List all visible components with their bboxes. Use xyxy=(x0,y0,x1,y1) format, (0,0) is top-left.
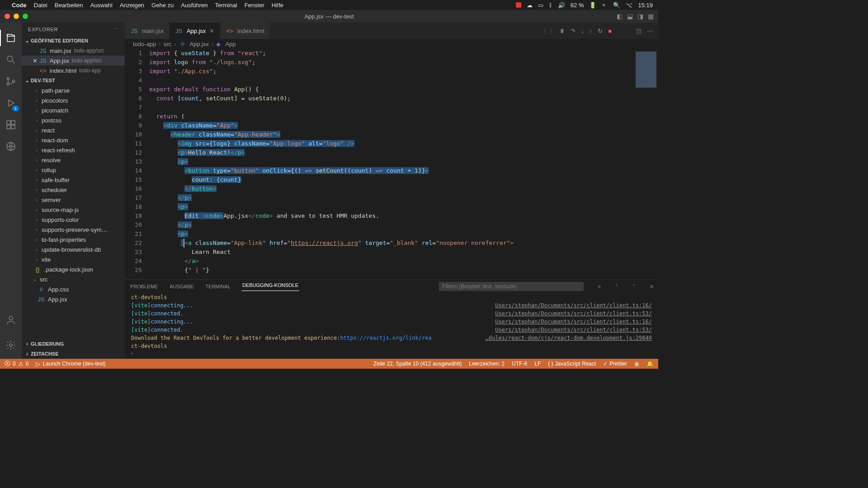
status-cursor-pos[interactable]: Zeile 22, Spalte 10 (412 ausgewählt) xyxy=(373,361,462,367)
display-icon[interactable]: ▭ xyxy=(538,2,543,9)
debug-step-out-icon[interactable]: ↑ xyxy=(590,28,593,34)
status-lang[interactable]: { }JavaScript React xyxy=(548,361,596,367)
layout-panel-bottom-icon[interactable]: ⬓ xyxy=(627,13,633,20)
layout-panel-left-icon[interactable]: ◧ xyxy=(617,13,623,20)
folder-row[interactable]: ›rollup xyxy=(22,165,125,175)
file-row[interactable]: #App.css xyxy=(22,284,125,294)
folder-row[interactable]: ›react-dom xyxy=(22,135,125,145)
debug-step-over-icon[interactable]: ↷ xyxy=(571,28,576,34)
editor-more-icon[interactable]: ⋯ xyxy=(647,28,653,34)
window-zoom-button[interactable] xyxy=(23,14,28,19)
folder-row[interactable]: ›to-fast-properties xyxy=(22,235,125,244)
status-launch[interactable]: ▷Launch Chrome (dev-test) xyxy=(36,361,105,367)
control-center-icon[interactable]: ⌥ xyxy=(626,2,632,9)
cloud-icon[interactable]: ☁ xyxy=(527,2,533,9)
window-close-button[interactable] xyxy=(5,14,10,19)
activity-search[interactable] xyxy=(0,49,22,70)
folder-row[interactable]: ›resolve xyxy=(22,155,125,165)
folder-row[interactable]: ›path-parse xyxy=(22,85,125,95)
activity-explorer[interactable] xyxy=(0,27,22,49)
panel-tab-probleme[interactable]: PROBLEME xyxy=(129,284,159,289)
folder-row[interactable]: ›safe-buffer xyxy=(22,175,125,185)
app-menu[interactable]: Code xyxy=(12,2,27,9)
activity-source-control[interactable] xyxy=(0,70,22,92)
debug-step-into-icon[interactable]: ↓ xyxy=(581,28,584,34)
folder-row[interactable]: ›vite xyxy=(22,254,125,264)
folder-row[interactable]: ›supports-preserve-sym… xyxy=(22,225,125,235)
close-editor-icon[interactable]: ✕ xyxy=(31,57,39,64)
debug-console-prompt[interactable]: › xyxy=(125,350,658,359)
file-row[interactable]: {}.package-lock.json xyxy=(22,264,125,274)
panel-close-icon[interactable]: ✕ xyxy=(650,284,654,290)
layout-customize-icon[interactable]: ▦ xyxy=(648,13,654,20)
panel-maximize-icon[interactable]: ˅ xyxy=(632,284,635,290)
status-prettier[interactable]: ✓Prettier xyxy=(603,361,627,367)
layout-panel-right-icon[interactable]: ◨ xyxy=(637,13,643,20)
bluetooth-icon[interactable]: ᛒ xyxy=(549,2,552,9)
debug-console-output[interactable]: ct-devtools[vite] connecting...Users/ste… xyxy=(125,293,658,350)
tab-close-icon[interactable]: ✕ xyxy=(209,28,214,34)
folder-row[interactable]: ›react xyxy=(22,125,125,135)
activity-extensions[interactable] xyxy=(0,114,22,136)
activity-run-debug[interactable]: 1 xyxy=(0,92,22,114)
code-editor[interactable]: 1234567891011121314151617181920212223242… xyxy=(125,49,658,279)
split-editor-icon[interactable]: ◫ xyxy=(636,28,642,34)
folder-row[interactable]: ›update-browserslist-db xyxy=(22,244,125,254)
folder-row-src[interactable]: ⌄src xyxy=(22,274,125,284)
status-errors[interactable]: ⓧ0⚠0 xyxy=(5,360,28,368)
folder-row[interactable]: ›react-refresh xyxy=(22,145,125,155)
minimap[interactable] xyxy=(622,49,658,279)
folder-row[interactable]: ›picomatch xyxy=(22,105,125,115)
activity-settings[interactable] xyxy=(0,334,22,356)
menu-hilfe[interactable]: Hilfe xyxy=(272,2,283,9)
clock[interactable]: 15:19 xyxy=(638,2,653,9)
open-editor-item[interactable]: ✕JSApp.jsxtodo-app/src xyxy=(22,56,125,66)
section-open-editors[interactable]: ⌄GEÖFFNETE EDITOREN xyxy=(22,36,125,46)
battery-icon[interactable]: 🔋 xyxy=(589,2,596,9)
panel-filter-input[interactable] xyxy=(439,282,584,291)
debug-pause-icon[interactable]: ⏸ xyxy=(559,28,565,34)
folder-row[interactable]: ›supports-color xyxy=(22,215,125,225)
open-editor-item[interactable]: <>index.htmltodo-app xyxy=(22,66,125,75)
folder-row[interactable]: ›picocolors xyxy=(22,95,125,105)
folder-row[interactable]: ›postcss xyxy=(22,115,125,125)
status-spaces[interactable]: Leerzeichen: 2 xyxy=(469,361,505,367)
wifi-icon[interactable]: ᯤ xyxy=(602,2,608,9)
menu-ausfuehren[interactable]: Ausführen xyxy=(181,2,208,9)
menu-bearbeiten[interactable]: Bearbeiten xyxy=(55,2,83,9)
folder-row[interactable]: ›scheduler xyxy=(22,185,125,195)
section-outline[interactable]: ›GLIEDERUNG xyxy=(22,339,125,349)
panel-collapse-icon[interactable]: ˄ xyxy=(615,284,618,290)
menu-anzeigen[interactable]: Anzeigen xyxy=(120,2,144,9)
window-minimize-button[interactable] xyxy=(14,14,19,19)
section-devtest[interactable]: ⌄DEV-TEST xyxy=(22,75,125,85)
panel-tab-ausgabe[interactable]: AUSGABE xyxy=(169,284,194,289)
file-row[interactable]: JSApp.jsx xyxy=(22,294,125,304)
section-timeline[interactable]: ›ZEITACHSE xyxy=(22,349,125,359)
panel-tab-debug-console[interactable]: DEBUGGING-KONSOLE xyxy=(241,282,299,291)
breadcrumb[interactable]: todo-app› src› ⚛App.jsx› ◈App xyxy=(125,39,658,49)
menu-fenster[interactable]: Fenster xyxy=(245,2,264,9)
status-eol[interactable]: LF xyxy=(534,361,541,367)
editor-tab[interactable]: <>index.html xyxy=(220,23,270,39)
folder-row[interactable]: ›source-map-js xyxy=(22,205,125,215)
debug-drag-icon[interactable]: ⋮⋮ xyxy=(542,28,554,34)
panel-tab-terminal[interactable]: TERMINAL xyxy=(204,284,231,289)
status-encoding[interactable]: UTF-8 xyxy=(512,361,527,367)
editor-tab[interactable]: JSmain.jsx xyxy=(125,23,170,39)
menu-gehezu[interactable]: Gehe zu xyxy=(151,2,174,9)
panel-filter-settings-icon[interactable]: ≡ xyxy=(598,284,601,289)
debug-restart-icon[interactable]: ↻ xyxy=(598,28,603,34)
folder-row[interactable]: ›semver xyxy=(22,195,125,205)
debug-stop-icon[interactable]: ■ xyxy=(608,28,612,34)
menu-auswahl[interactable]: Auswahl xyxy=(90,2,113,9)
sidebar-more-icon[interactable]: ⋯ xyxy=(113,26,118,32)
record-icon[interactable] xyxy=(516,2,521,8)
menu-terminal[interactable]: Terminal xyxy=(215,2,237,9)
open-editor-item[interactable]: JSmain.jsxtodo-app/src xyxy=(22,46,125,56)
activity-remote[interactable] xyxy=(0,136,22,157)
volume-icon[interactable]: 🔊 xyxy=(558,2,565,9)
editor-tab[interactable]: JSApp.jsx✕ xyxy=(170,23,221,39)
activity-accounts[interactable] xyxy=(0,309,22,331)
search-icon[interactable]: 🔍 xyxy=(613,2,620,9)
